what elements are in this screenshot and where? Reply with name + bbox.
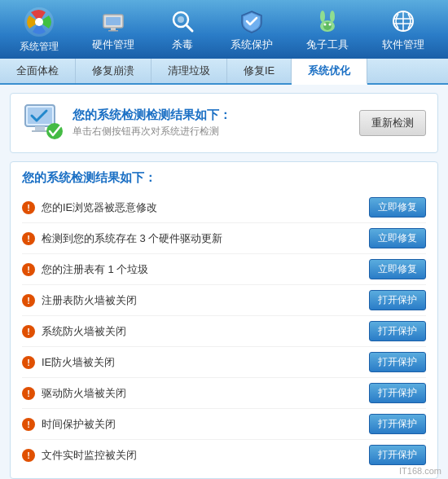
nav-item-kill[interactable]: 杀毒 (160, 2, 205, 57)
summary-subtitle: 单击右侧按钮再次对系统进行检测 (72, 125, 231, 138)
warning-icon: ! (22, 387, 35, 400)
app-title: 系统管理 (20, 40, 59, 54)
result-row: !IE防火墙被关闭打开保护 (22, 347, 426, 378)
nav-item-protect-label: 系统保护 (231, 37, 273, 52)
nav-item-software[interactable]: 软件管理 (374, 2, 433, 57)
action-button-r2[interactable]: 立即修复 (369, 228, 426, 248)
svg-rect-18 (35, 126, 45, 130)
warning-icon: ! (22, 263, 35, 276)
warning-icon: ! (22, 325, 35, 338)
action-button-r5[interactable]: 打开保护 (369, 321, 426, 341)
result-left: !驱动防火墙被关闭 (22, 386, 369, 401)
svg-point-13 (324, 24, 327, 26)
action-button-r7[interactable]: 打开保护 (369, 383, 426, 403)
result-left: !检测到您的系统存在 3 个硬件驱动更新 (22, 231, 369, 246)
warning-icon: ! (22, 294, 35, 307)
results-section: 您的系统检测结果如下： !您的IE浏览器被恶意修改立即修复!检测到您的系统存在 … (10, 161, 438, 479)
warning-icon: ! (22, 356, 35, 369)
summary-monitor-icon (22, 102, 64, 144)
app-logo: 系统管理 (7, 3, 72, 55)
result-left: !系统防火墙被关闭 (22, 324, 369, 339)
action-button-r4[interactable]: 打开保护 (369, 290, 426, 310)
result-text: 注册表防火墙被关闭 (42, 293, 137, 308)
svg-rect-3 (106, 17, 121, 25)
main-content: 您的系统检测检测结果如下： 单击右侧按钮再次对系统进行检测 重新检测 您的系统检… (0, 85, 448, 479)
tab-repair[interactable]: 修复崩溃 (76, 59, 152, 83)
summary-texts: 您的系统检测检测结果如下： 单击右侧按钮再次对系统进行检测 (72, 108, 231, 138)
result-left: !IE防火墙被关闭 (22, 355, 369, 370)
results-title: 您的系统检测结果如下： (22, 170, 426, 186)
nav-item-software-label: 软件管理 (382, 37, 424, 52)
nav-item-rabbit[interactable]: 兔子工具 (298, 2, 357, 57)
warning-icon: ! (22, 201, 35, 214)
result-text: 文件实时监控被关闭 (42, 448, 137, 463)
result-row: !注册表防火墙被关闭打开保护 (22, 285, 426, 316)
warning-icon: ! (22, 449, 35, 462)
result-row: !检测到您的系统存在 3 个硬件驱动更新立即修复 (22, 223, 426, 254)
svg-point-14 (329, 24, 332, 26)
result-row: !文件实时监控被关闭打开保护 (22, 440, 426, 470)
result-text: 系统防火墙被关闭 (42, 324, 126, 339)
result-text: IE防火墙被关闭 (42, 355, 115, 370)
tab-bar: 全面体检 修复崩溃 清理垃圾 修复IE 系统优化 (0, 59, 448, 85)
result-left: !您的IE浏览器被恶意修改 (22, 200, 369, 215)
svg-point-1 (35, 18, 43, 26)
svg-rect-4 (111, 28, 116, 30)
tab-repairIE[interactable]: 修复IE (227, 59, 292, 83)
rabbit-icon (313, 7, 342, 36)
action-button-r9[interactable]: 打开保护 (369, 445, 426, 465)
result-left: !注册表防火墙被关闭 (22, 293, 369, 308)
result-text: 您的IE浏览器被恶意修改 (42, 200, 157, 215)
result-left: !时间保护被关闭 (22, 417, 369, 432)
warning-icon: ! (22, 232, 35, 245)
nav-items: 硬件管理 杀毒 系统保护 (75, 2, 441, 57)
summary-title: 您的系统检测检测结果如下： (72, 108, 231, 123)
action-button-r8[interactable]: 打开保护 (369, 414, 426, 434)
svg-point-11 (330, 11, 335, 22)
svg-rect-19 (32, 130, 48, 132)
watermark: IT168.com (399, 466, 441, 476)
results-rows: !您的IE浏览器被恶意修改立即修复!检测到您的系统存在 3 个硬件驱动更新立即修… (22, 192, 426, 470)
nav-item-hardware[interactable]: 硬件管理 (84, 2, 143, 57)
result-text: 驱动防火墙被关闭 (42, 386, 126, 401)
result-row: !您的IE浏览器被恶意修改立即修复 (22, 192, 426, 223)
result-left: !您的注册表有 1 个垃圾 (22, 262, 369, 277)
summary-left: 您的系统检测检测结果如下： 单击右侧按钮再次对系统进行检测 (22, 102, 231, 144)
summary-box: 您的系统检测检测结果如下： 单击右侧按钮再次对系统进行检测 重新检测 (10, 93, 438, 153)
svg-point-12 (323, 22, 332, 30)
action-button-r1[interactable]: 立即修复 (369, 197, 426, 218)
tab-fullcheck[interactable]: 全面体检 (0, 59, 76, 83)
result-text: 时间保护被关闭 (42, 417, 116, 432)
svg-point-8 (178, 16, 184, 23)
nav-item-hardware-label: 硬件管理 (92, 37, 134, 52)
result-text: 您的注册表有 1 个垃圾 (42, 262, 148, 277)
result-row: !系统防火墙被关闭打开保护 (22, 316, 426, 347)
result-row: !驱动防火墙被关闭打开保护 (22, 378, 426, 409)
hardware-icon (99, 7, 128, 36)
protect-icon (237, 7, 266, 36)
nav-item-kill-label: 杀毒 (172, 37, 193, 52)
action-button-r6[interactable]: 打开保护 (369, 352, 426, 372)
result-row: !时间保护被关闭打开保护 (22, 409, 426, 440)
nav-item-protect[interactable]: 系统保护 (222, 2, 281, 57)
svg-rect-5 (108, 30, 118, 32)
svg-line-7 (187, 25, 192, 31)
result-row: !您的注册表有 1 个垃圾立即修复 (22, 254, 426, 285)
recheck-button[interactable]: 重新检测 (359, 110, 426, 136)
tab-clean[interactable]: 清理垃圾 (152, 59, 227, 83)
software-icon (389, 7, 418, 36)
nav-item-rabbit-label: 兔子工具 (306, 37, 349, 52)
top-nav-bar: 系统管理 硬件管理 杀毒 (0, 0, 448, 59)
tab-optimize[interactable]: 系统优化 (292, 59, 367, 85)
action-button-r3[interactable]: 立即修复 (369, 259, 426, 279)
kill-icon (168, 7, 197, 36)
svg-point-10 (320, 11, 325, 22)
result-text: 检测到您的系统存在 3 个硬件驱动更新 (42, 231, 222, 246)
warning-icon: ! (22, 418, 35, 431)
logo-icon (23, 6, 55, 38)
result-left: !文件实时监控被关闭 (22, 448, 369, 463)
